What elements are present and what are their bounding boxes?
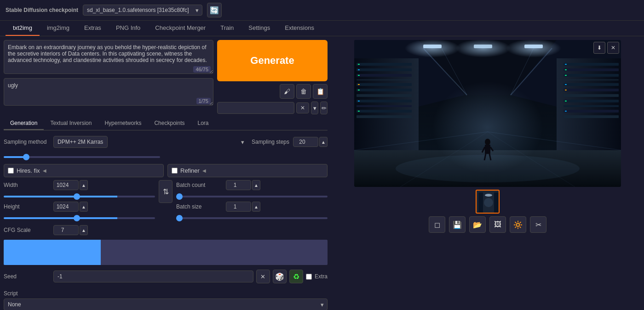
seed-input[interactable] xyxy=(53,271,253,282)
style-dropdown-button[interactable]: ▾ xyxy=(311,101,318,114)
sampling-method-wrapper: DPM++ 2M Karras Euler a Euler xyxy=(53,136,248,148)
image-bottom-toolbar: ◻ 💾 📂 🖼 🔆 ✂ xyxy=(429,216,546,233)
paste-button[interactable]: 📋 xyxy=(313,84,328,99)
image-download-button[interactable]: ⬇ xyxy=(593,42,605,54)
refiner-collapse-icon[interactable]: ◀ xyxy=(202,168,206,173)
steps-slider-row xyxy=(4,152,328,161)
view-full-image-button[interactable]: 🖼 xyxy=(489,216,506,233)
brush-button[interactable]: 🖌 xyxy=(280,84,294,99)
refiner-label[interactable]: Refiner xyxy=(180,167,200,174)
svg-rect-38 xyxy=(565,84,567,85)
tab-img2img[interactable]: img2img xyxy=(40,21,77,36)
sampling-method-select[interactable]: DPM++ 2M Karras Euler a Euler xyxy=(53,136,108,148)
action-row: 🖌 🗑 📋 xyxy=(217,84,328,99)
batch-size-up[interactable]: ▲ xyxy=(252,202,260,212)
svg-rect-67 xyxy=(494,192,499,213)
svg-point-68 xyxy=(484,198,493,207)
sampling-steps-slider[interactable] xyxy=(4,156,160,158)
generated-image xyxy=(354,40,621,187)
tab-extensions[interactable]: Extensions xyxy=(277,21,322,36)
batch-size-label: Batch size xyxy=(176,203,222,210)
image-container: ⬇ ✕ xyxy=(354,40,621,187)
tab-settings[interactable]: Settings xyxy=(241,21,277,36)
batch-size-group: ▲ xyxy=(226,202,260,212)
svg-rect-33 xyxy=(564,110,619,113)
style-edit-button[interactable]: ✏ xyxy=(320,101,328,114)
sampling-steps-up[interactable]: ▲ xyxy=(319,137,328,147)
sub-tab-checkpoints[interactable]: Checkpoints xyxy=(148,117,191,130)
hires-box: Hires. fix ◀ xyxy=(4,164,164,177)
tab-checkpoint-merger[interactable]: Checkpoint Merger xyxy=(148,21,213,36)
cfg-up[interactable]: ▲ xyxy=(80,225,88,235)
width-input[interactable] xyxy=(53,180,79,190)
cfg-label: CFG Scale xyxy=(4,227,50,233)
tab-txt2img[interactable]: txt2img xyxy=(6,21,40,36)
style-clear-button[interactable]: ✕ xyxy=(296,102,309,113)
dims-right: Batch count ▲ Batch size ▲ xyxy=(176,180,328,220)
batch-count-up[interactable]: ▲ xyxy=(252,180,260,190)
svg-point-69 xyxy=(485,194,492,197)
svg-rect-12 xyxy=(356,100,412,102)
sub-tab-lora[interactable]: Lora xyxy=(191,117,215,130)
height-input[interactable] xyxy=(53,202,79,212)
tab-extras[interactable]: Extras xyxy=(77,21,109,36)
save-image-button[interactable]: 💾 xyxy=(449,216,466,233)
refiner-checkbox[interactable] xyxy=(172,168,178,174)
generate-column: Generate 🖌 🗑 📋 ✕ ▾ ✏ xyxy=(217,40,328,114)
trash-button[interactable]: 🗑 xyxy=(296,84,311,99)
svg-rect-66 xyxy=(478,192,483,213)
svg-rect-21 xyxy=(358,101,360,101)
seed-clear-button[interactable]: ✕ xyxy=(256,270,270,283)
batch-count-input[interactable] xyxy=(226,180,251,190)
height-slider[interactable] xyxy=(4,217,155,219)
extra-checkbox[interactable] xyxy=(306,274,312,280)
positive-prompt-textarea[interactable]: Embark on an extraordinary journey as yo… xyxy=(4,40,213,74)
dims-row: Width ▲ Height ▲ ⇅ xyxy=(4,180,328,220)
hires-collapse-icon[interactable]: ◀ xyxy=(43,168,46,173)
cfg-slider[interactable] xyxy=(4,240,328,265)
refresh-checkpoint-button[interactable]: 🔄 xyxy=(207,3,222,17)
extra-label[interactable]: Extra xyxy=(315,273,328,280)
sub-tab-hypernetworks[interactable]: Hypernetworks xyxy=(98,117,148,130)
hires-checkbox[interactable] xyxy=(8,168,14,174)
send-to-extras-button[interactable]: 🔆 xyxy=(510,216,526,233)
svg-rect-30 xyxy=(564,94,619,97)
dims-left: Width ▲ Height ▲ xyxy=(4,180,155,220)
width-slider[interactable] xyxy=(4,196,155,197)
datacenter-svg xyxy=(354,40,621,187)
negative-prompt-textarea[interactable]: ugly xyxy=(4,78,213,106)
hires-refiner-row: Hires. fix ◀ Refiner ◀ xyxy=(4,164,328,177)
style-input[interactable] xyxy=(217,102,294,114)
script-select[interactable]: None xyxy=(4,299,328,310)
hires-label[interactable]: Hires. fix xyxy=(17,167,40,174)
thumbnail-active[interactable] xyxy=(476,190,500,214)
seed-recycle-button[interactable]: ♻ xyxy=(289,270,303,283)
open-folder-button[interactable]: 📂 xyxy=(469,216,486,233)
send-to-img2img-button[interactable]: ◻ xyxy=(429,216,445,233)
sub-tab-textual-inversion[interactable]: Textual Inversion xyxy=(44,117,98,130)
tab-train[interactable]: Train xyxy=(213,21,241,36)
positive-token-count: 46/75 xyxy=(193,66,211,73)
sub-tab-generation[interactable]: Generation xyxy=(4,117,44,130)
seed-row: Seed ✕ 🎲 ♻ Extra xyxy=(4,270,328,283)
cfg-row: CFG Scale ▲ xyxy=(4,225,328,235)
svg-rect-7 xyxy=(356,74,412,77)
width-up[interactable]: ▲ xyxy=(80,180,88,190)
script-label: Script xyxy=(4,290,18,297)
batch-size-slider[interactable] xyxy=(176,217,328,219)
seed-random-button[interactable]: 🎲 xyxy=(273,270,287,283)
batch-count-slider[interactable] xyxy=(176,196,328,197)
svg-rect-13 xyxy=(356,105,412,107)
svg-point-54 xyxy=(432,81,543,173)
sampling-steps-input[interactable] xyxy=(293,137,318,147)
generate-button[interactable]: Generate xyxy=(217,40,328,81)
send-to-inpaint-button[interactable]: ✂ xyxy=(530,216,546,233)
image-close-button[interactable]: ✕ xyxy=(607,42,619,54)
batch-size-input[interactable] xyxy=(226,202,251,212)
tab-png-info[interactable]: PNG Info xyxy=(109,21,148,36)
svg-rect-37 xyxy=(565,75,567,76)
height-up[interactable]: ▲ xyxy=(80,202,88,212)
cfg-input[interactable] xyxy=(53,225,79,235)
swap-dimensions-button[interactable]: ⇅ xyxy=(159,180,172,203)
checkpoint-select[interactable]: sd_xl_base_1.0.safetensors [31e35c80fc] xyxy=(83,5,202,16)
